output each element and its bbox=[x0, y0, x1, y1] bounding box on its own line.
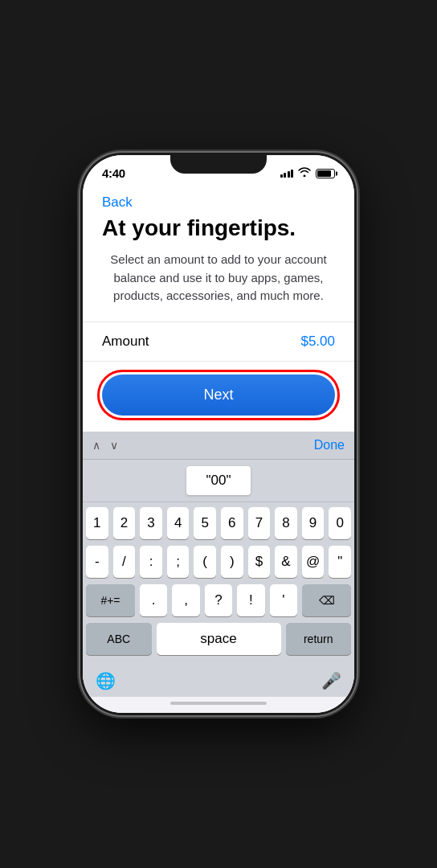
keyboard-keys: 1 2 3 4 5 6 7 8 9 0 - / bbox=[83, 502, 354, 668]
key-slash[interactable]: / bbox=[113, 546, 136, 578]
phone-frame: 4:40 bbox=[80, 153, 357, 715]
screen: 4:40 bbox=[83, 155, 354, 713]
toolbar-arrows: ∧ ∨ bbox=[92, 439, 118, 452]
globe-mic-row: 🌐 🎤 bbox=[83, 668, 354, 697]
delete-key[interactable]: ⌫ bbox=[302, 584, 351, 616]
key-row-bottom: ABC space return bbox=[86, 623, 351, 655]
key-minus[interactable]: - bbox=[86, 546, 108, 578]
done-button[interactable]: Done bbox=[314, 438, 345, 452]
globe-icon[interactable]: 🌐 bbox=[96, 671, 116, 690]
return-key[interactable]: return bbox=[286, 623, 352, 655]
signal-bar-1 bbox=[280, 174, 283, 178]
next-button-wrapper: Next bbox=[102, 362, 335, 432]
keyboard-toolbar: ∧ ∨ Done bbox=[83, 432, 354, 460]
key-7[interactable]: 7 bbox=[248, 507, 271, 539]
amount-row: Amount $5.00 bbox=[102, 322, 335, 361]
key-9[interactable]: 9 bbox=[302, 507, 325, 539]
keyboard-area: ∧ ∨ Done "00" 1 2 3 4 5 6 bbox=[83, 432, 354, 697]
next-arrow-icon[interactable]: ∨ bbox=[110, 439, 118, 452]
picker-row: "00" bbox=[83, 460, 354, 502]
key-2[interactable]: 2 bbox=[113, 507, 136, 539]
abc-key[interactable]: ABC bbox=[86, 623, 152, 655]
key-exclaim[interactable]: ! bbox=[237, 584, 264, 616]
signal-bar-2 bbox=[284, 173, 286, 178]
space-key[interactable]: space bbox=[157, 623, 281, 655]
signal-bar-4 bbox=[291, 170, 293, 178]
key-question[interactable]: ? bbox=[205, 584, 232, 616]
key-ampersand[interactable]: & bbox=[275, 546, 297, 578]
key-semicolon[interactable]: ; bbox=[167, 546, 190, 578]
content-area: Back At your fingertips. Select an amoun… bbox=[83, 186, 354, 432]
back-button[interactable]: Back bbox=[102, 186, 335, 215]
battery-icon bbox=[316, 169, 335, 178]
next-button[interactable]: Next bbox=[102, 375, 335, 416]
phone-inner: 4:40 bbox=[83, 155, 354, 713]
key-1[interactable]: 1 bbox=[86, 507, 108, 539]
page-subtitle: Select an amount to add to your account … bbox=[102, 251, 335, 305]
key-rparen[interactable]: ) bbox=[221, 546, 243, 578]
key-4[interactable]: 4 bbox=[167, 507, 190, 539]
key-quote[interactable]: " bbox=[329, 546, 351, 578]
key-colon[interactable]: : bbox=[140, 546, 162, 578]
battery-fill bbox=[317, 170, 331, 177]
mic-icon[interactable]: 🎤 bbox=[321, 671, 341, 690]
key-comma[interactable]: , bbox=[172, 584, 199, 616]
signal-bars bbox=[280, 170, 294, 178]
prev-arrow-icon[interactable]: ∧ bbox=[92, 439, 100, 452]
key-apostrophe[interactable]: ' bbox=[270, 584, 297, 616]
status-time: 4:40 bbox=[102, 166, 125, 180]
wifi-icon bbox=[298, 167, 311, 179]
picker-value[interactable]: "00" bbox=[186, 466, 251, 495]
key-6[interactable]: 6 bbox=[221, 507, 243, 539]
key-lparen[interactable]: ( bbox=[194, 546, 216, 578]
key-row-special: #+= . , ? ! ' ⌫ bbox=[86, 584, 351, 616]
key-row-numbers: 1 2 3 4 5 6 7 8 9 0 bbox=[86, 507, 351, 539]
key-special[interactable]: #+= bbox=[86, 584, 135, 616]
page-title: At your fingertips. bbox=[102, 215, 335, 241]
key-row-symbols: - / : ; ( ) $ & @ " bbox=[86, 546, 351, 578]
key-5[interactable]: 5 bbox=[194, 507, 216, 539]
amount-label: Amount bbox=[102, 334, 149, 350]
key-dollar[interactable]: $ bbox=[248, 546, 271, 578]
home-indicator bbox=[83, 697, 354, 713]
key-3[interactable]: 3 bbox=[140, 507, 162, 539]
key-at[interactable]: @ bbox=[302, 546, 325, 578]
amount-value: $5.00 bbox=[300, 334, 335, 350]
key-8[interactable]: 8 bbox=[275, 507, 297, 539]
status-icons bbox=[280, 167, 336, 179]
key-0[interactable]: 0 bbox=[329, 507, 351, 539]
home-bar bbox=[170, 702, 267, 705]
signal-bar-3 bbox=[288, 171, 290, 178]
notch bbox=[170, 153, 267, 174]
key-period[interactable]: . bbox=[140, 584, 167, 616]
